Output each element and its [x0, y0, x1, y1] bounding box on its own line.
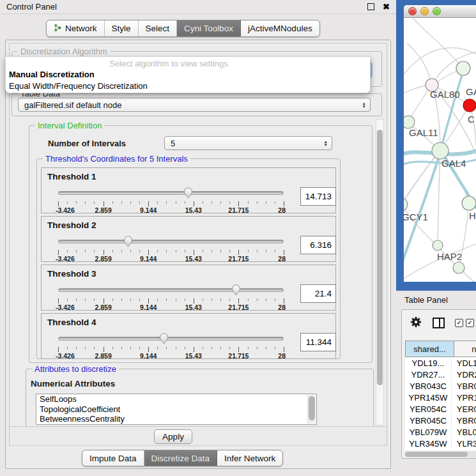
attribute-list-item[interactable]: SelfLoops [36, 394, 316, 404]
threshold-value-field[interactable]: 11.344 [300, 333, 336, 351]
float-window-icon[interactable] [367, 3, 374, 10]
network-node[interactable] [404, 116, 415, 128]
network-node[interactable] [463, 99, 476, 112]
network-edge [404, 151, 440, 204]
tab-label: Discretize Data [151, 454, 210, 463]
threshold-value-field[interactable]: 6.316 [300, 236, 336, 254]
slider-track[interactable] [58, 240, 284, 243]
checkbox-checked-icon[interactable]: ✓ [466, 319, 474, 327]
num-intervals-combo[interactable]: 5 ▲▼ [164, 136, 332, 150]
main-scrollbar[interactable] [376, 119, 384, 426]
node-label: GAL11 [409, 127, 438, 138]
table-row[interactable]: YBR045CYBR0 [405, 415, 476, 426]
network-canvas[interactable]: GAL80GACGAL11GAL4GCY1HHAP2 [404, 18, 476, 282]
group-title: Interval Definition [35, 121, 104, 130]
tab-cyni-toolbox[interactable]: Cyni Toolbox [177, 20, 241, 36]
combo-arrows-icon: ▲▼ [324, 140, 328, 146]
threshold-label: Threshold 4 [47, 318, 96, 327]
slider-thumb[interactable] [231, 284, 242, 296]
minimize-traffic-light[interactable] [420, 7, 429, 15]
apply-bar: Apply [10, 426, 387, 446]
scrollbar-thumb[interactable] [377, 130, 383, 385]
threshold-value-field[interactable]: 14.713 [300, 187, 336, 206]
network-node[interactable] [456, 61, 470, 75]
slider-thumb[interactable] [123, 235, 134, 247]
column-header-name[interactable]: na [454, 341, 476, 357]
network-node[interactable] [432, 142, 449, 159]
zoom-traffic-light[interactable] [433, 7, 441, 15]
gear-icon[interactable] [410, 316, 422, 330]
network-edge-highlighted [441, 66, 464, 150]
tab-label: jActiveMNodules [248, 24, 312, 33]
close-icon[interactable]: ✖ [383, 4, 390, 10]
split-view-icon[interactable] [433, 318, 445, 328]
table-row[interactable]: YDL19...YDL1 [405, 357, 476, 369]
network-node[interactable] [453, 262, 464, 273]
slider-thumb[interactable] [183, 187, 194, 199]
network-graph: GAL80GACGAL11GAL4GCY1HHAP2 [404, 18, 476, 282]
threshold-value-field[interactable]: 21.4 [300, 284, 336, 303]
numerical-attributes-list[interactable]: SelfLoopsTopologicalCoefficientBetweenne… [36, 394, 317, 425]
table-h-scrollbar[interactable] [404, 451, 476, 457]
bottom-tab-bar: Impute Data Discretize Data Infer Networ… [82, 450, 283, 466]
slider-track[interactable] [58, 337, 284, 341]
combo-arrows-icon: ▲▼ [362, 102, 366, 108]
scrollbar-thumb[interactable] [309, 396, 315, 420]
algorithm-dropdown-popup: Select algorithm to view settings Manual… [5, 56, 371, 93]
list-scrollbar[interactable] [307, 395, 316, 424]
table-row[interactable]: YIL052CYIL0 [405, 449, 476, 450]
table-row[interactable]: YER054CYER0 [405, 403, 476, 415]
slider-scale: -3.4262.8599.14415.4321.71528 [58, 255, 284, 263]
tab-discretize-data[interactable]: Discretize Data [144, 450, 218, 466]
table-row[interactable]: YBL079WYBL0 [405, 426, 476, 438]
top-tab-bar: Network Style Select Cyni Toolbox jActiv… [46, 20, 320, 37]
network-icon [54, 24, 62, 34]
table-toolbar: ✓ ✓ [402, 313, 476, 332]
table-row[interactable]: YDR27...YDR2 [405, 369, 476, 380]
network-view-window[interactable]: GAL80GACGAL11GAL4GCY1HHAP2 [404, 5, 476, 282]
node-label: GAL4 [441, 158, 466, 169]
tab-impute-data[interactable]: Impute Data [82, 450, 144, 466]
scrollbar-thumb[interactable] [405, 452, 468, 457]
table-row[interactable]: YLR345WYLR3 [405, 438, 476, 449]
attribute-list-item[interactable]: BetweennessCentrality [36, 414, 316, 424]
tab-network[interactable]: Network [47, 20, 105, 36]
network-edge [438, 151, 440, 245]
network-node[interactable] [404, 198, 408, 211]
network-window-titlebar[interactable] [404, 5, 476, 18]
numerical-attributes-label: Numerical Attributes [31, 379, 115, 388]
table-data-combo[interactable]: galFiltered.sif default node ▲▼ [18, 98, 371, 112]
tab-infer-network[interactable]: Infer Network [217, 450, 282, 466]
slider-track[interactable] [58, 191, 284, 195]
tab-label: Cyni Toolbox [184, 24, 233, 33]
column-header-shared-name[interactable]: shared... [405, 341, 454, 357]
threshold-panel: Threshold 2 -3.4262.8599.14415.4321.7152… [41, 216, 336, 262]
node-label: GAL80 [430, 89, 460, 100]
slider-thumb[interactable] [158, 332, 169, 344]
network-edge-highlighted [404, 151, 441, 268]
tab-jactivemnodules[interactable]: jActiveMNodules [241, 20, 319, 36]
close-traffic-light[interactable] [408, 7, 417, 15]
table-rows: YDL19...YDL1YDR27...YDR2YBR043CYBR0YPR14… [405, 357, 476, 450]
network-node[interactable] [433, 240, 443, 250]
slider-scale: -3.4262.8599.14415.4321.71528 [58, 303, 284, 311]
combo-value: galFiltered.sif default node [24, 100, 121, 110]
dropdown-option-manual[interactable]: Manual Discretization [9, 70, 95, 79]
tab-style[interactable]: Style [105, 20, 139, 36]
apply-button[interactable]: Apply [154, 429, 192, 444]
tab-label: Impute Data [89, 454, 137, 463]
control-panel-titlebar: Control Panel ✖ [0, 0, 396, 14]
tab-label: Infer Network [224, 454, 275, 463]
table-row[interactable]: YBR043CYBR0 [405, 380, 476, 392]
checkbox-checked-icon[interactable]: ✓ [455, 319, 463, 327]
tab-select[interactable]: Select [139, 20, 178, 36]
slider-scale: -3.4262.8599.14415.4321.71528 [58, 352, 284, 360]
table-row[interactable]: YPR145WYPR1 [405, 392, 476, 403]
network-node[interactable] [462, 196, 476, 210]
group-title: Discretization Algorithm [18, 47, 110, 56]
dropdown-option-equal-width[interactable]: Equal Width/Frequency Discretization [9, 81, 148, 91]
tab-label: Style [112, 24, 131, 33]
slider-track[interactable] [58, 288, 284, 292]
group-title: Threshold's Coordinates for 5 Intervals [43, 154, 190, 164]
attribute-list-item[interactable]: TopologicalCoefficient [36, 404, 316, 415]
